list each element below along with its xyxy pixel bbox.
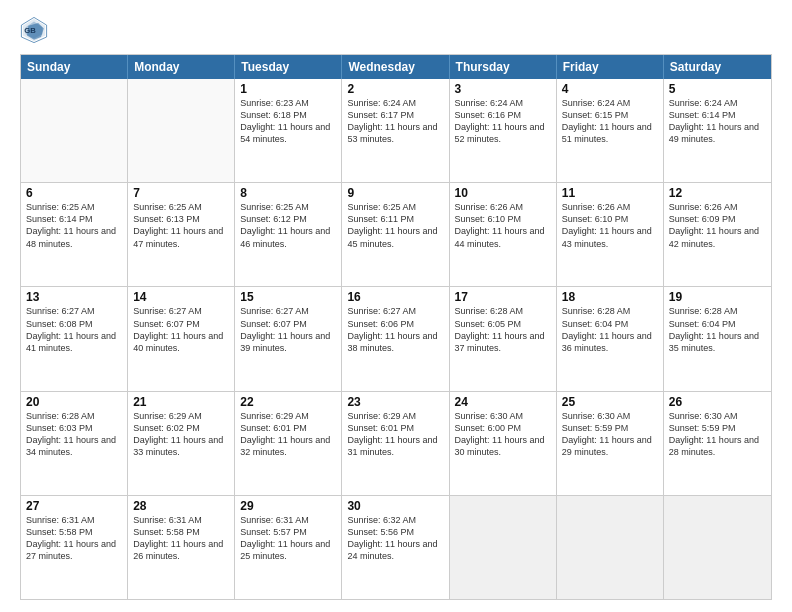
cell-info: Sunrise: 6:26 AM Sunset: 6:09 PM Dayligh… bbox=[669, 202, 759, 248]
cell-info: Sunrise: 6:24 AM Sunset: 6:14 PM Dayligh… bbox=[669, 98, 759, 144]
cell-info: Sunrise: 6:24 AM Sunset: 6:17 PM Dayligh… bbox=[347, 98, 437, 144]
cell-info: Sunrise: 6:27 AM Sunset: 6:08 PM Dayligh… bbox=[26, 306, 116, 352]
cal-cell bbox=[128, 79, 235, 182]
day-number: 1 bbox=[240, 82, 336, 96]
cal-cell: 27Sunrise: 6:31 AM Sunset: 5:58 PM Dayli… bbox=[21, 496, 128, 599]
day-number: 4 bbox=[562, 82, 658, 96]
cell-info: Sunrise: 6:32 AM Sunset: 5:56 PM Dayligh… bbox=[347, 515, 437, 561]
day-number: 26 bbox=[669, 395, 766, 409]
cell-info: Sunrise: 6:23 AM Sunset: 6:18 PM Dayligh… bbox=[240, 98, 330, 144]
logo-icon: GB bbox=[20, 16, 48, 44]
cal-cell: 2Sunrise: 6:24 AM Sunset: 6:17 PM Daylig… bbox=[342, 79, 449, 182]
day-number: 17 bbox=[455, 290, 551, 304]
cell-info: Sunrise: 6:28 AM Sunset: 6:04 PM Dayligh… bbox=[562, 306, 652, 352]
cell-info: Sunrise: 6:30 AM Sunset: 5:59 PM Dayligh… bbox=[669, 411, 759, 457]
day-number: 13 bbox=[26, 290, 122, 304]
cell-info: Sunrise: 6:28 AM Sunset: 6:04 PM Dayligh… bbox=[669, 306, 759, 352]
cal-cell: 10Sunrise: 6:26 AM Sunset: 6:10 PM Dayli… bbox=[450, 183, 557, 286]
day-number: 2 bbox=[347, 82, 443, 96]
day-number: 29 bbox=[240, 499, 336, 513]
day-number: 20 bbox=[26, 395, 122, 409]
cell-info: Sunrise: 6:27 AM Sunset: 6:06 PM Dayligh… bbox=[347, 306, 437, 352]
cal-cell: 13Sunrise: 6:27 AM Sunset: 6:08 PM Dayli… bbox=[21, 287, 128, 390]
cell-info: Sunrise: 6:28 AM Sunset: 6:05 PM Dayligh… bbox=[455, 306, 545, 352]
cal-cell bbox=[21, 79, 128, 182]
svg-text:GB: GB bbox=[24, 26, 36, 35]
cal-cell: 4Sunrise: 6:24 AM Sunset: 6:15 PM Daylig… bbox=[557, 79, 664, 182]
cell-info: Sunrise: 6:31 AM Sunset: 5:57 PM Dayligh… bbox=[240, 515, 330, 561]
calendar: SundayMondayTuesdayWednesdayThursdayFrid… bbox=[20, 54, 772, 600]
cal-cell: 17Sunrise: 6:28 AM Sunset: 6:05 PM Dayli… bbox=[450, 287, 557, 390]
cal-cell: 8Sunrise: 6:25 AM Sunset: 6:12 PM Daylig… bbox=[235, 183, 342, 286]
cell-info: Sunrise: 6:30 AM Sunset: 5:59 PM Dayligh… bbox=[562, 411, 652, 457]
calendar-body: 1Sunrise: 6:23 AM Sunset: 6:18 PM Daylig… bbox=[21, 79, 771, 599]
day-number: 6 bbox=[26, 186, 122, 200]
day-number: 15 bbox=[240, 290, 336, 304]
day-number: 16 bbox=[347, 290, 443, 304]
cal-cell: 21Sunrise: 6:29 AM Sunset: 6:02 PM Dayli… bbox=[128, 392, 235, 495]
day-number: 24 bbox=[455, 395, 551, 409]
day-number: 28 bbox=[133, 499, 229, 513]
cal-cell bbox=[664, 496, 771, 599]
header: GB bbox=[20, 16, 772, 44]
header-day-saturday: Saturday bbox=[664, 55, 771, 79]
day-number: 12 bbox=[669, 186, 766, 200]
day-number: 10 bbox=[455, 186, 551, 200]
cell-info: Sunrise: 6:25 AM Sunset: 6:14 PM Dayligh… bbox=[26, 202, 116, 248]
cal-cell bbox=[557, 496, 664, 599]
cell-info: Sunrise: 6:27 AM Sunset: 6:07 PM Dayligh… bbox=[133, 306, 223, 352]
day-number: 9 bbox=[347, 186, 443, 200]
cal-cell: 28Sunrise: 6:31 AM Sunset: 5:58 PM Dayli… bbox=[128, 496, 235, 599]
cal-cell: 7Sunrise: 6:25 AM Sunset: 6:13 PM Daylig… bbox=[128, 183, 235, 286]
header-day-tuesday: Tuesday bbox=[235, 55, 342, 79]
header-day-sunday: Sunday bbox=[21, 55, 128, 79]
day-number: 19 bbox=[669, 290, 766, 304]
cal-cell: 1Sunrise: 6:23 AM Sunset: 6:18 PM Daylig… bbox=[235, 79, 342, 182]
cell-info: Sunrise: 6:25 AM Sunset: 6:11 PM Dayligh… bbox=[347, 202, 437, 248]
header-day-thursday: Thursday bbox=[450, 55, 557, 79]
week-row-3: 20Sunrise: 6:28 AM Sunset: 6:03 PM Dayli… bbox=[21, 391, 771, 495]
cal-cell: 25Sunrise: 6:30 AM Sunset: 5:59 PM Dayli… bbox=[557, 392, 664, 495]
day-number: 18 bbox=[562, 290, 658, 304]
cal-cell: 22Sunrise: 6:29 AM Sunset: 6:01 PM Dayli… bbox=[235, 392, 342, 495]
cal-cell: 30Sunrise: 6:32 AM Sunset: 5:56 PM Dayli… bbox=[342, 496, 449, 599]
cal-cell: 26Sunrise: 6:30 AM Sunset: 5:59 PM Dayli… bbox=[664, 392, 771, 495]
cell-info: Sunrise: 6:29 AM Sunset: 6:02 PM Dayligh… bbox=[133, 411, 223, 457]
cell-info: Sunrise: 6:24 AM Sunset: 6:16 PM Dayligh… bbox=[455, 98, 545, 144]
cell-info: Sunrise: 6:29 AM Sunset: 6:01 PM Dayligh… bbox=[240, 411, 330, 457]
day-number: 22 bbox=[240, 395, 336, 409]
day-number: 30 bbox=[347, 499, 443, 513]
cal-cell: 14Sunrise: 6:27 AM Sunset: 6:07 PM Dayli… bbox=[128, 287, 235, 390]
week-row-4: 27Sunrise: 6:31 AM Sunset: 5:58 PM Dayli… bbox=[21, 495, 771, 599]
day-number: 14 bbox=[133, 290, 229, 304]
cell-info: Sunrise: 6:26 AM Sunset: 6:10 PM Dayligh… bbox=[455, 202, 545, 248]
day-number: 27 bbox=[26, 499, 122, 513]
cell-info: Sunrise: 6:31 AM Sunset: 5:58 PM Dayligh… bbox=[26, 515, 116, 561]
day-number: 5 bbox=[669, 82, 766, 96]
cal-cell: 29Sunrise: 6:31 AM Sunset: 5:57 PM Dayli… bbox=[235, 496, 342, 599]
week-row-0: 1Sunrise: 6:23 AM Sunset: 6:18 PM Daylig… bbox=[21, 79, 771, 182]
week-row-1: 6Sunrise: 6:25 AM Sunset: 6:14 PM Daylig… bbox=[21, 182, 771, 286]
cal-cell: 12Sunrise: 6:26 AM Sunset: 6:09 PM Dayli… bbox=[664, 183, 771, 286]
cell-info: Sunrise: 6:24 AM Sunset: 6:15 PM Dayligh… bbox=[562, 98, 652, 144]
day-number: 11 bbox=[562, 186, 658, 200]
day-number: 7 bbox=[133, 186, 229, 200]
day-number: 3 bbox=[455, 82, 551, 96]
cal-cell: 11Sunrise: 6:26 AM Sunset: 6:10 PM Dayli… bbox=[557, 183, 664, 286]
header-day-monday: Monday bbox=[128, 55, 235, 79]
cal-cell bbox=[450, 496, 557, 599]
week-row-2: 13Sunrise: 6:27 AM Sunset: 6:08 PM Dayli… bbox=[21, 286, 771, 390]
cell-info: Sunrise: 6:25 AM Sunset: 6:12 PM Dayligh… bbox=[240, 202, 330, 248]
cal-cell: 24Sunrise: 6:30 AM Sunset: 6:00 PM Dayli… bbox=[450, 392, 557, 495]
cell-info: Sunrise: 6:25 AM Sunset: 6:13 PM Dayligh… bbox=[133, 202, 223, 248]
page: GB SundayMondayTuesdayWednesdayThursdayF… bbox=[0, 0, 792, 612]
cell-info: Sunrise: 6:29 AM Sunset: 6:01 PM Dayligh… bbox=[347, 411, 437, 457]
day-number: 23 bbox=[347, 395, 443, 409]
header-day-wednesday: Wednesday bbox=[342, 55, 449, 79]
header-day-friday: Friday bbox=[557, 55, 664, 79]
calendar-header-row: SundayMondayTuesdayWednesdayThursdayFrid… bbox=[21, 55, 771, 79]
cal-cell: 15Sunrise: 6:27 AM Sunset: 6:07 PM Dayli… bbox=[235, 287, 342, 390]
cal-cell: 3Sunrise: 6:24 AM Sunset: 6:16 PM Daylig… bbox=[450, 79, 557, 182]
cell-info: Sunrise: 6:30 AM Sunset: 6:00 PM Dayligh… bbox=[455, 411, 545, 457]
cal-cell: 19Sunrise: 6:28 AM Sunset: 6:04 PM Dayli… bbox=[664, 287, 771, 390]
